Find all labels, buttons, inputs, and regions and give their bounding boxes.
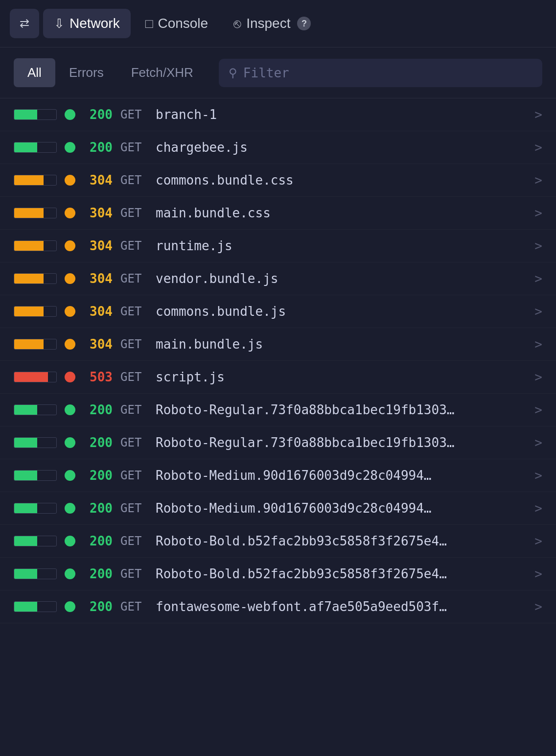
- table-row[interactable]: 304 GET commons.bundle.css >: [0, 164, 556, 197]
- method-label: GET: [120, 108, 148, 121]
- method-label: GET: [120, 141, 148, 154]
- console-icon: □: [145, 16, 153, 31]
- table-row[interactable]: 200 GET Roboto-Medium.90d1676003d9c28c04…: [0, 459, 556, 492]
- status-dot: [65, 142, 75, 153]
- status-code: 304: [83, 304, 113, 319]
- method-label: GET: [120, 370, 148, 384]
- timeline-bar: [14, 240, 57, 251]
- status-code: 304: [83, 238, 113, 253]
- table-row[interactable]: 200 GET Roboto-Bold.b52fac2bb93c5858f3f2…: [0, 525, 556, 558]
- tab-console[interactable]: □ Console: [135, 9, 219, 38]
- timeline-bar: [14, 437, 57, 448]
- method-label: GET: [120, 337, 148, 351]
- status-dot: [65, 470, 75, 481]
- chevron-right-icon: >: [534, 206, 542, 220]
- status-code: 304: [83, 206, 113, 220]
- status-code: 200: [83, 599, 113, 614]
- filter-tabs: All Errors Fetch/XHR: [14, 58, 207, 87]
- status-dot: [65, 273, 75, 284]
- chevron-right-icon: >: [534, 107, 542, 122]
- chevron-right-icon: >: [534, 271, 542, 286]
- table-row[interactable]: 200 GET branch-1 >: [0, 98, 556, 131]
- chevron-right-icon: >: [534, 370, 542, 384]
- status-dot: [65, 109, 75, 120]
- filter-tab-fetchxhr[interactable]: Fetch/XHR: [117, 58, 207, 87]
- timeline-bar: [14, 372, 57, 382]
- table-row[interactable]: 200 GET chargebee.js >: [0, 131, 556, 164]
- filter-tab-errors[interactable]: Errors: [55, 58, 117, 87]
- filter-input-wrap: ⚲: [219, 59, 542, 87]
- method-label: GET: [120, 501, 148, 515]
- status-dot: [65, 306, 75, 317]
- timeline-bar: [14, 601, 57, 612]
- chevron-right-icon: >: [534, 599, 542, 614]
- chevron-right-icon: >: [534, 402, 542, 417]
- table-row[interactable]: 200 GET Roboto-Bold.b52fac2bb93c5858f3f2…: [0, 558, 556, 591]
- table-row[interactable]: 200 GET Roboto-Regular.73f0a88bbca1bec19…: [0, 426, 556, 459]
- status-dot: [65, 404, 75, 415]
- filter-input[interactable]: [243, 66, 533, 80]
- timeline-bar: [14, 306, 57, 317]
- status-dot: [65, 208, 75, 218]
- method-label: GET: [120, 403, 148, 417]
- method-label: GET: [120, 239, 148, 253]
- method-label: GET: [120, 567, 148, 581]
- chevron-right-icon: >: [534, 534, 542, 548]
- timeline-bar: [14, 142, 57, 153]
- status-dot: [65, 372, 75, 382]
- table-row[interactable]: 503 GET script.js >: [0, 361, 556, 394]
- table-row[interactable]: 200 GET Roboto-Regular.73f0a88bbca1bec19…: [0, 394, 556, 426]
- tab-network[interactable]: ⇩ Network: [43, 9, 131, 38]
- method-label: GET: [120, 206, 148, 220]
- status-dot: [65, 437, 75, 448]
- url-text: Roboto-Bold.b52fac2bb93c5858f3f2675e4…: [156, 534, 527, 548]
- status-code: 503: [83, 370, 113, 384]
- status-code: 200: [83, 402, 113, 417]
- method-label: GET: [120, 272, 148, 285]
- table-row[interactable]: 304 GET main.bundle.css >: [0, 197, 556, 230]
- timeline-bar: [14, 273, 57, 284]
- status-code: 200: [83, 567, 113, 581]
- chevron-right-icon: >: [534, 567, 542, 581]
- url-text: Roboto-Medium.90d1676003d9c28c04994…: [156, 501, 527, 516]
- network-list: 200 GET branch-1 > 200 GET chargebee.js …: [0, 98, 556, 623]
- chevron-right-icon: >: [534, 140, 542, 155]
- url-text: Roboto-Medium.90d1676003d9c28c04994…: [156, 468, 527, 483]
- table-row[interactable]: 304 GET vendor.bundle.js >: [0, 262, 556, 295]
- url-text: script.js: [156, 370, 527, 384]
- table-row[interactable]: 200 GET Roboto-Medium.90d1676003d9c28c04…: [0, 492, 556, 525]
- menu-button[interactable]: ⇄: [10, 9, 39, 38]
- url-text: main.bundle.js: [156, 337, 527, 352]
- status-code: 200: [83, 534, 113, 548]
- status-code: 304: [83, 337, 113, 352]
- table-row[interactable]: 304 GET runtime.js >: [0, 230, 556, 262]
- tab-network-label: Network: [70, 16, 120, 31]
- timeline-bar: [14, 536, 57, 546]
- method-label: GET: [120, 436, 148, 449]
- table-row[interactable]: 200 GET fontawesome-webfont.af7ae505a9ee…: [0, 591, 556, 623]
- table-row[interactable]: 304 GET commons.bundle.js >: [0, 295, 556, 328]
- status-dot: [65, 175, 75, 186]
- help-badge: ?: [297, 17, 311, 30]
- status-code: 200: [83, 107, 113, 122]
- status-dot: [65, 536, 75, 546]
- chevron-right-icon: >: [534, 304, 542, 319]
- url-text: runtime.js: [156, 238, 527, 253]
- status-dot: [65, 240, 75, 251]
- status-dot: [65, 503, 75, 514]
- timeline-bar: [14, 339, 57, 350]
- table-row[interactable]: 304 GET main.bundle.js >: [0, 328, 556, 361]
- url-text: Roboto-Regular.73f0a88bbca1bec19fb1303…: [156, 435, 527, 450]
- method-label: GET: [120, 173, 148, 187]
- filter-tab-all[interactable]: All: [14, 58, 55, 87]
- timeline-bar: [14, 503, 57, 514]
- chevron-right-icon: >: [534, 435, 542, 450]
- timeline-bar: [14, 404, 57, 415]
- url-text: Roboto-Bold.b52fac2bb93c5858f3f2675e4…: [156, 567, 527, 581]
- tab-inspect[interactable]: ⎋ Inspect ?: [223, 9, 322, 38]
- status-dot: [65, 601, 75, 612]
- search-icon: ⚲: [229, 66, 237, 80]
- network-icon: ⇩: [54, 16, 65, 31]
- tab-inspect-label: Inspect: [246, 16, 290, 31]
- method-label: GET: [120, 534, 148, 548]
